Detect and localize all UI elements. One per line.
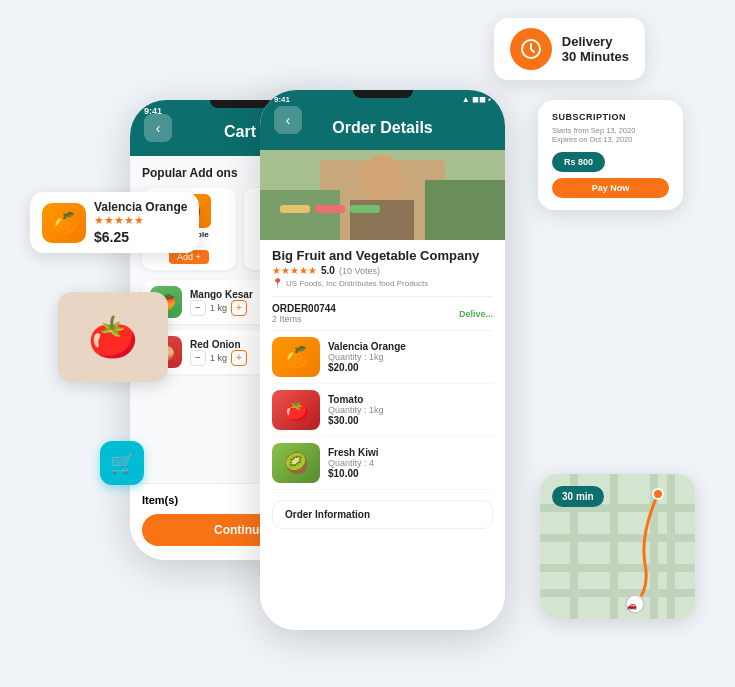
qty-plus[interactable]: +: [231, 300, 247, 316]
svg-rect-7: [280, 205, 310, 213]
vendor-name: Big Fruit and Vegetable Company: [272, 248, 493, 263]
order-phone: 9:41 ▲ ◼◼ ▪ ‹ Order Details Big Fruit an…: [260, 90, 505, 630]
svg-rect-9: [350, 205, 380, 213]
order-delivery-tag: Delive...: [459, 309, 493, 319]
order-info-button[interactable]: Order Information: [272, 500, 493, 529]
order-header: 9:41 ▲ ◼◼ ▪ ‹ Order Details: [260, 90, 505, 150]
order-items-count: 2 Items: [272, 314, 336, 324]
cart-icon: 🛒: [110, 451, 135, 475]
order-item-kiwi-qty: Quantity : 4: [328, 458, 493, 468]
order-item-kiwi-info: Fresh Kiwi Quantity : 4 $10.00: [328, 447, 493, 479]
delivery-label: Delivery: [562, 34, 629, 49]
order-body: Big Fruit and Vegetable Company ★★★★★ 5.…: [260, 240, 505, 630]
order-item-orange-image: 🍊: [272, 337, 320, 377]
delivery-sublabel: 30 Minutes: [562, 49, 629, 64]
qty-minus[interactable]: −: [190, 300, 206, 316]
order-item-tomato-name: Tomato: [328, 394, 493, 405]
order-item-kiwi-image: 🥝: [272, 443, 320, 483]
delivery-text: Delivery 30 Minutes: [562, 34, 629, 64]
order-status-icons: ▲ ◼◼ ▪: [462, 95, 491, 104]
qty-value-onion: 1 kg: [210, 353, 227, 363]
float-orange-price: $6.25: [94, 229, 187, 245]
vendor-location: US Foods, Inc Distributes food Products: [286, 279, 428, 288]
qty-minus-onion[interactable]: −: [190, 350, 206, 366]
hero-woman-image: [260, 150, 505, 240]
rating-value: 5.0: [321, 265, 335, 276]
order-item-tomato-info: Tomato Quantity : 1kg $30.00: [328, 394, 493, 426]
qty-value: 1 kg: [210, 303, 227, 313]
order-item-tomato-qty: Quantity : 1kg: [328, 405, 493, 415]
svg-rect-6: [425, 180, 505, 240]
rating-row: ★★★★★ 5.0 (10 Votes): [272, 265, 493, 276]
order-back-button[interactable]: ‹: [274, 106, 302, 134]
svg-point-3: [360, 155, 404, 205]
subscription-starts: Starts from Sep 13, 2020: [552, 126, 669, 135]
svg-point-10: [653, 489, 663, 499]
map-card: 🚗 30 min: [540, 474, 695, 619]
order-status-time: 9:41: [274, 95, 290, 104]
order-item-kiwi-name: Fresh Kiwi: [328, 447, 493, 458]
order-item-orange-qty: Quantity : 1kg: [328, 352, 493, 362]
order-status-section: ORDER00744 2 Items Delive...: [272, 296, 493, 331]
order-phone-notch: [353, 90, 413, 98]
order-item-orange: 🍊 Valencia Orange Quantity : 1kg $20.00: [272, 337, 493, 384]
order-item-kiwi-price: $10.00: [328, 468, 493, 479]
order-item-orange-price: $20.00: [328, 362, 493, 373]
rating-votes: (10 Votes): [339, 266, 380, 276]
pay-now-button[interactable]: Pay Now: [552, 178, 669, 198]
map-time-bubble: 30 min: [552, 486, 604, 507]
order-id: ORDER00744: [272, 303, 336, 314]
svg-text:🚗: 🚗: [627, 600, 637, 610]
order-item-orange-info: Valencia Orange Quantity : 1kg $20.00: [328, 341, 493, 373]
delivery-clock-icon: [510, 28, 552, 70]
delivery-badge: Delivery 30 Minutes: [494, 18, 645, 80]
items-label: Item(s): [142, 494, 178, 506]
rating-stars: ★★★★★: [272, 265, 317, 276]
order-item-tomato-image: 🍅: [272, 390, 320, 430]
map-background: 🚗 30 min: [540, 474, 695, 619]
float-orange-stars: ★★★★★: [94, 214, 187, 227]
order-item-tomato: 🍅 Tomato Quantity : 1kg $30.00: [272, 390, 493, 437]
subscription-title: SUBSCRIPTION: [552, 112, 669, 122]
pin-icon: 📍: [272, 278, 283, 288]
qty-plus-onion[interactable]: +: [231, 350, 247, 366]
order-hero-image: [260, 150, 505, 240]
location-row: 📍 US Foods, Inc Distributes food Product…: [272, 278, 493, 288]
order-item-kiwi: 🥝 Fresh Kiwi Quantity : 4 $10.00: [272, 443, 493, 490]
cart-icon-badge[interactable]: 🛒: [100, 441, 144, 485]
float-orange-name: Valencia Orange: [94, 200, 187, 214]
order-item-orange-name: Valencia Orange: [328, 341, 493, 352]
float-orange-card: 🍊 Valencia Orange ★★★★★ $6.25: [30, 192, 199, 253]
order-title: Order Details: [332, 119, 432, 137]
float-tomato-card: 🍅: [58, 292, 168, 382]
svg-rect-8: [315, 205, 345, 213]
subscription-price-button[interactable]: Rs 800: [552, 152, 605, 172]
back-button[interactable]: ‹: [144, 114, 172, 142]
float-orange-image: 🍊: [42, 203, 86, 243]
order-item-tomato-price: $30.00: [328, 415, 493, 426]
subscription-card: SUBSCRIPTION Starts from Sep 13, 2020 Ex…: [538, 100, 683, 210]
subscription-expires: Expires on Oct 13, 2020: [552, 135, 669, 144]
svg-rect-5: [260, 190, 340, 240]
cart-title: Cart: [224, 123, 256, 141]
